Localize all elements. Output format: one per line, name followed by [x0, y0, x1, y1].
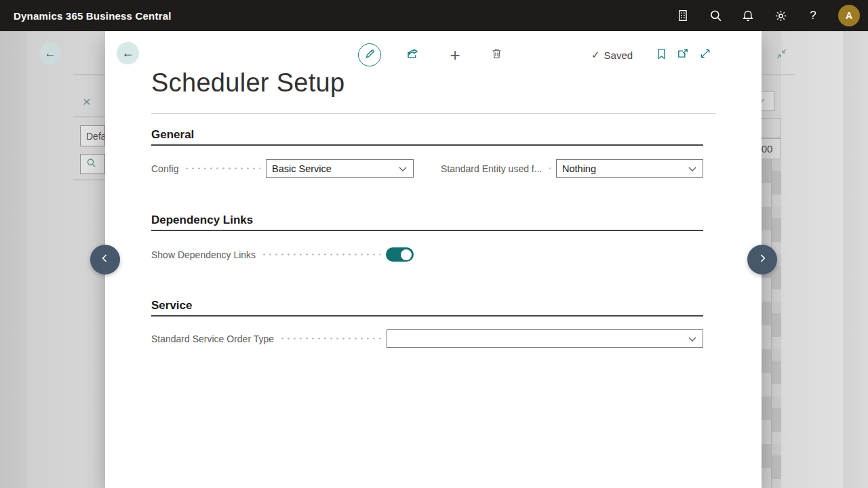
background-divider [73, 75, 105, 75]
section-rule [151, 144, 703, 146]
background-schedule-grid [771, 159, 781, 488]
delete-button[interactable] [485, 43, 508, 66]
section-rule [151, 315, 703, 317]
section-heading-service[interactable]: Service [151, 299, 193, 312]
expand-button[interactable] [694, 43, 717, 66]
config-select[interactable]: Basic Service [266, 159, 414, 178]
bookmark-icon [656, 48, 667, 62]
bookmark-button[interactable] [650, 43, 673, 66]
check-icon: ✓ [591, 49, 600, 61]
company-icon[interactable] [675, 8, 690, 23]
select-value: Nothing [562, 163, 596, 174]
plus-icon: + [450, 46, 460, 64]
show-dependency-links-toggle[interactable] [386, 247, 414, 262]
field-standard-entity: Standard Entity used f... Nothing [441, 159, 703, 178]
app-title: Dynamics 365 Business Central [14, 10, 172, 22]
background-truncated-field: Defa [80, 125, 105, 146]
page-title: Scheduler Setup [151, 68, 344, 98]
section-heading-general[interactable]: General [151, 128, 194, 142]
trash-icon [491, 47, 502, 62]
background-right-panel [781, 31, 843, 488]
top-app-bar: Dynamics 365 Business Central [0, 0, 868, 31]
background-left-strip [0, 31, 27, 488]
search-icon[interactable] [708, 8, 723, 23]
background-search-box [80, 154, 105, 174]
section-rule [151, 230, 703, 231]
background-back-button: ← [39, 43, 61, 64]
help-icon[interactable]: ? [806, 8, 821, 23]
title-divider [151, 113, 716, 114]
standard-service-order-type-select[interactable] [387, 329, 703, 348]
dotted-leader [547, 159, 551, 178]
dotted-leader [261, 245, 380, 264]
popout-icon [677, 47, 689, 62]
search-icon [86, 158, 96, 170]
background-collapse-icon [776, 48, 787, 62]
section-heading-dependency-links[interactable]: Dependency Links [151, 214, 253, 227]
background-close-icon: × [80, 95, 94, 108]
dialog-back-button[interactable]: ← [117, 42, 139, 64]
background-divider [73, 117, 105, 117]
select-value: Basic Service [272, 163, 332, 174]
settings-gear-icon[interactable] [773, 8, 788, 23]
expand-diagonal-icon [699, 47, 711, 62]
saved-label: Saved [604, 49, 633, 61]
pencil-icon [364, 48, 376, 62]
screen: Dynamics 365 Business Central [0, 0, 868, 488]
save-status: ✓ Saved [591, 43, 633, 66]
field-label: Config [151, 163, 178, 174]
chevron-right-icon [755, 251, 769, 268]
standard-entity-select[interactable]: Nothing [556, 159, 703, 178]
dotted-leader [184, 159, 260, 178]
field-label: Standard Service Order Type [151, 333, 274, 344]
field-label: Show Dependency Links [151, 249, 256, 260]
previous-record-button[interactable] [90, 245, 120, 274]
chevron-down-icon [688, 333, 696, 344]
share-icon [406, 47, 419, 63]
avatar-initial: A [846, 10, 852, 21]
field-label: Standard Entity used f... [441, 163, 542, 174]
notifications-bell-icon[interactable] [741, 8, 755, 23]
topbar-actions: ? A [675, 0, 868, 31]
share-button[interactable] [401, 43, 424, 66]
avatar[interactable]: A [838, 5, 860, 26]
chevron-down-icon [399, 163, 407, 174]
open-in-window-button[interactable] [671, 43, 694, 66]
chevron-left-icon [98, 251, 112, 268]
new-button[interactable]: + [443, 43, 467, 66]
next-record-button[interactable] [747, 245, 777, 274]
background-divider [73, 180, 105, 180]
dotted-leader [279, 329, 381, 348]
edit-button[interactable] [358, 43, 381, 66]
toggle-knob [401, 249, 412, 260]
background-right-strip [843, 31, 868, 488]
field-config: Config Basic Service [151, 159, 414, 178]
field-standard-service-order-type: Standard Service Order Type [151, 329, 703, 348]
chevron-down-icon [688, 163, 696, 174]
field-show-dependency-links: Show Dependency Links [151, 245, 414, 264]
